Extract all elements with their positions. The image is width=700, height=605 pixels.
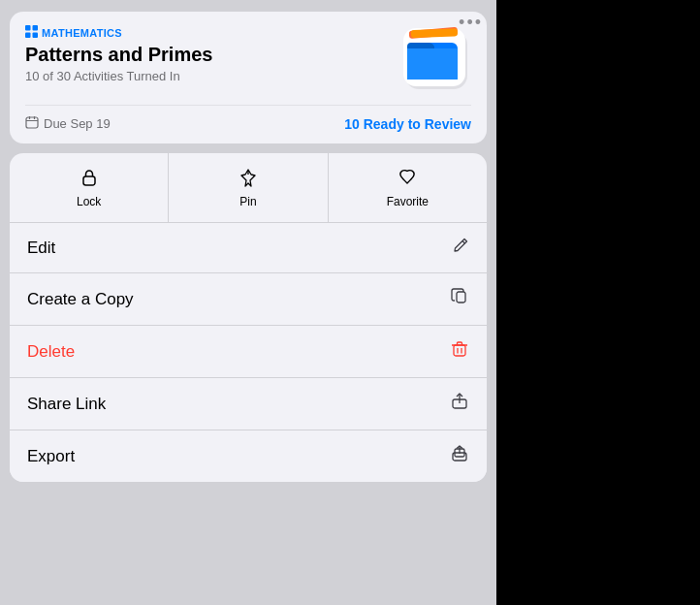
action-buttons-row: Lock Pin Favorite [10, 153, 487, 223]
due-date: Due Sep 19 [25, 115, 111, 132]
share-link-menu-item[interactable]: Share Link [10, 378, 487, 430]
lock-label: Lock [77, 195, 101, 208]
delete-menu-item[interactable]: Delete [10, 326, 487, 378]
calendar-icon [25, 115, 39, 132]
svg-rect-1 [33, 25, 39, 31]
svg-rect-7 [411, 28, 458, 38]
svg-rect-2 [25, 33, 31, 39]
svg-rect-15 [83, 176, 95, 185]
svg-line-17 [462, 241, 465, 244]
ready-to-review-link[interactable]: 10 Ready to Review [344, 116, 471, 132]
content-area: MATHEMATICS Patterns and Primes 10 of 30… [0, 0, 496, 605]
export-icon [450, 444, 469, 468]
svg-rect-11 [26, 117, 38, 128]
svg-rect-19 [454, 345, 465, 356]
card-footer: Due Sep 19 10 Ready to Review [25, 105, 471, 143]
edit-label: Edit [27, 239, 55, 258]
delete-label: Delete [27, 342, 75, 362]
svg-rect-0 [25, 25, 31, 31]
assignment-card: MATHEMATICS Patterns and Primes 10 of 30… [10, 12, 487, 143]
trash-icon [450, 339, 469, 364]
lock-button[interactable]: Lock [10, 153, 169, 222]
card-title: Patterns and Primes [25, 44, 401, 66]
pin-button[interactable]: Pin [169, 153, 328, 222]
edit-menu-item[interactable]: Edit [10, 223, 487, 273]
favorite-label: Favorite [387, 195, 429, 208]
pin-label: Pin [239, 195, 256, 208]
pin-icon [238, 167, 259, 191]
svg-rect-3 [33, 33, 39, 39]
due-date-label: Due Sep 19 [44, 116, 111, 131]
share-link-label: Share Link [27, 395, 106, 414]
edit-icon [452, 237, 469, 259]
lock-icon [79, 167, 100, 191]
folder-icon [401, 25, 471, 95]
grid-icon [25, 25, 38, 40]
copy-icon [450, 287, 469, 311]
svg-rect-10 [407, 48, 458, 80]
create-copy-menu-item[interactable]: Create a Copy [10, 273, 487, 326]
favorite-icon [397, 167, 418, 191]
card-info: MATHEMATICS Patterns and Primes 10 of 30… [25, 25, 401, 83]
more-options-button[interactable]: ••• [459, 14, 483, 31]
card-category: MATHEMATICS [25, 25, 401, 40]
card-subtitle: 10 of 30 Activities Turned In [25, 69, 401, 83]
export-menu-item[interactable]: Export [10, 430, 487, 482]
share-link-icon [450, 392, 469, 416]
create-copy-label: Create a Copy [27, 290, 134, 309]
export-label: Export [27, 447, 75, 466]
category-label: MATHEMATICS [42, 27, 122, 39]
context-menu: Lock Pin Favorite [10, 153, 487, 482]
favorite-button[interactable]: Favorite [329, 153, 487, 222]
black-panel [496, 0, 700, 605]
svg-rect-18 [457, 292, 465, 302]
